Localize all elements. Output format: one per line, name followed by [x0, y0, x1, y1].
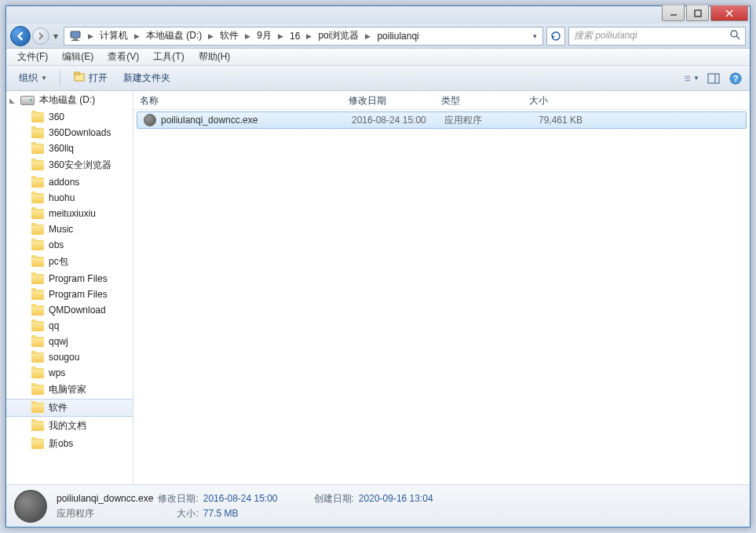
chevron-right-icon[interactable]: ▶	[275, 32, 287, 40]
address-bar[interactable]: ▶ 计算机 ▶ 本地磁盘 (D:) ▶ 软件 ▶ 9月 ▶ 16 ▶ poi浏览…	[64, 27, 543, 46]
maximize-button[interactable]	[686, 5, 709, 21]
preview-pane-button[interactable]	[706, 71, 721, 86]
folder-icon	[31, 240, 44, 250]
sidebar-item[interactable]: 360安全浏览器	[6, 156, 133, 174]
open-button[interactable]: 打开	[67, 68, 114, 89]
sidebar-item[interactable]: 360Downloads	[6, 125, 133, 141]
menu-edit[interactable]: 编辑(E)	[56, 49, 100, 65]
close-button[interactable]	[710, 5, 748, 21]
sidebar-item[interactable]: 360llq	[6, 141, 133, 156]
sidebar-item-label: wps	[49, 367, 65, 378]
toolbar-right: ▼ ?	[684, 71, 743, 86]
file-date: 2016-08-24 15:00	[345, 115, 438, 126]
sidebar-item[interactable]: meituxiuxiu	[6, 206, 133, 221]
column-header-size[interactable]: 大小	[523, 91, 586, 109]
menu-file[interactable]: 文件(F)	[11, 49, 54, 65]
sidebar-item[interactable]: Program Files	[6, 287, 133, 302]
breadcrumb-segment[interactable]: 计算机	[97, 27, 131, 45]
computer-icon	[68, 29, 82, 43]
column-header-name[interactable]: 名称	[133, 91, 342, 109]
folder-icon	[31, 177, 44, 188]
svg-rect-1	[695, 10, 701, 16]
sidebar-drive[interactable]: ◣本地磁盘 (D:)	[6, 91, 133, 109]
sidebar-item[interactable]: 360	[6, 109, 133, 125]
file-size: 79,461 KB	[526, 115, 589, 126]
svg-rect-10	[75, 72, 79, 75]
sidebar-item[interactable]: 新obs	[6, 435, 133, 453]
chevron-right-icon[interactable]: ▶	[242, 32, 254, 40]
search-icon	[729, 29, 740, 42]
sidebar-item-label: qq	[49, 320, 59, 331]
sidebar-item[interactable]: QMDownload	[6, 302, 133, 318]
column-header-type[interactable]: 类型	[435, 91, 523, 109]
breadcrumb-segment[interactable]: 16	[287, 27, 303, 45]
file-list: 名称 修改日期 类型 大小 poiliulanqi_downcc.exe2016…	[133, 91, 750, 484]
breadcrumb-segment[interactable]: poiliulanqi	[374, 27, 422, 45]
details-text: poiliulanqi_downcc.exe 修改日期: 2016-08-24 …	[57, 492, 433, 520]
sidebar-item[interactable]: qq	[6, 318, 133, 334]
sidebar-item[interactable]: sougou	[6, 349, 133, 365]
sidebar-item[interactable]: 软件	[6, 399, 133, 417]
back-button[interactable]	[10, 26, 31, 46]
address-dropdown[interactable]: ▾	[528, 32, 541, 40]
folder-icon	[31, 193, 44, 203]
organize-button[interactable]: 组织▼	[13, 68, 53, 88]
explorer-window: ▾ ▶ 计算机 ▶ 本地磁盘 (D:) ▶ 软件 ▶ 9月 ▶ 16 ▶ poi…	[5, 5, 751, 528]
nav-history-dropdown[interactable]: ▾	[51, 29, 60, 43]
column-header-date[interactable]: 修改日期	[342, 91, 435, 109]
folder-icon	[31, 209, 44, 219]
file-row[interactable]: poiliulanqi_downcc.exe2016-08-24 15:00应用…	[137, 111, 747, 129]
folder-icon	[31, 421, 44, 431]
sidebar[interactable]: ◣本地磁盘 (D:)360360Downloads360llq360安全浏览器a…	[6, 91, 133, 484]
sidebar-item-label: sougou	[49, 352, 79, 363]
details-pane: poiliulanqi_downcc.exe 修改日期: 2016-08-24 …	[6, 484, 750, 527]
breadcrumb-segment[interactable]: poi浏览器	[315, 27, 362, 45]
folder-icon	[31, 128, 44, 138]
folder-icon	[31, 274, 44, 284]
details-size-value: 77.5 MB	[203, 508, 278, 519]
sidebar-item-label: QMDownload	[49, 305, 106, 316]
details-mod-label: 修改日期:	[158, 492, 198, 506]
search-input[interactable]: 搜索 poiliulanqi	[568, 27, 746, 46]
chevron-right-icon[interactable]: ▶	[131, 32, 143, 40]
collapse-icon[interactable]: ◣	[9, 97, 16, 104]
menu-tools[interactable]: 工具(T)	[147, 49, 190, 65]
sidebar-item-label: 360Downloads	[49, 127, 111, 138]
navbar: ▾ ▶ 计算机 ▶ 本地磁盘 (D:) ▶ 软件 ▶ 9月 ▶ 16 ▶ poi…	[6, 24, 750, 49]
folder-icon	[31, 352, 44, 363]
folder-icon	[31, 225, 44, 235]
sidebar-item[interactable]: pc包	[6, 253, 133, 271]
sidebar-item[interactable]: 电脑管家	[6, 381, 133, 399]
breadcrumb-segment[interactable]: 本地磁盘 (D:)	[143, 27, 205, 45]
menu-help[interactable]: 帮助(H)	[192, 49, 237, 65]
sidebar-item[interactable]: wps	[6, 365, 133, 381]
help-button[interactable]: ?	[728, 71, 743, 86]
folder-icon	[31, 385, 44, 395]
minimize-button[interactable]	[662, 5, 685, 21]
sidebar-item[interactable]: Program Files	[6, 271, 133, 287]
folder-icon	[31, 368, 44, 378]
sidebar-item[interactable]: 我的文档	[6, 417, 133, 435]
breadcrumb-segment[interactable]: 9月	[254, 27, 275, 45]
sidebar-item[interactable]: obs	[6, 237, 133, 253]
refresh-button[interactable]	[546, 27, 565, 46]
menu-view[interactable]: 查看(V)	[101, 49, 145, 65]
folder-icon	[31, 439, 44, 449]
chevron-right-icon[interactable]: ▶	[205, 32, 217, 40]
sidebar-drive-label: 本地磁盘 (D:)	[39, 93, 95, 107]
sidebar-item[interactable]: Music	[6, 221, 133, 237]
breadcrumb-segment[interactable]: 软件	[217, 27, 242, 45]
details-filename: poiliulanqi_downcc.exe	[57, 493, 153, 504]
view-options-button[interactable]: ▼	[684, 71, 699, 86]
sidebar-item[interactable]: addons	[6, 174, 133, 190]
drive-icon	[20, 96, 35, 105]
forward-button[interactable]	[32, 27, 49, 45]
sidebar-item[interactable]: huohu	[6, 190, 133, 206]
chevron-right-icon[interactable]: ▶	[362, 32, 374, 40]
sidebar-item[interactable]: qqwj	[6, 334, 133, 349]
chevron-right-icon[interactable]: ▶	[303, 32, 315, 40]
sidebar-item-label: obs	[49, 239, 64, 250]
menubar: 文件(F) 编辑(E) 查看(V) 工具(T) 帮助(H)	[6, 49, 750, 66]
chevron-right-icon[interactable]: ▶	[85, 32, 97, 40]
new-folder-button[interactable]: 新建文件夹	[117, 68, 177, 88]
